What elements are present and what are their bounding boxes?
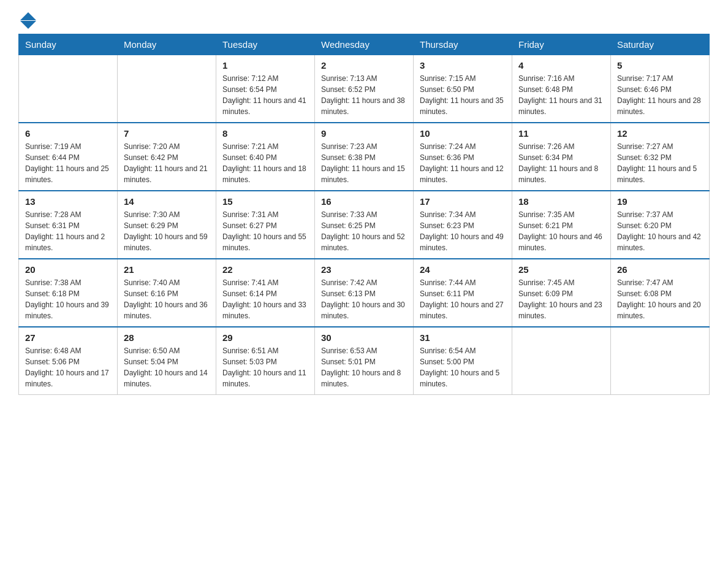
calendar-cell: 28Sunrise: 6:50 AMSunset: 5:04 PMDayligh… — [118, 327, 216, 395]
calendar-week-row: 20Sunrise: 7:38 AMSunset: 6:18 PMDayligh… — [19, 259, 710, 327]
calendar-cell: 12Sunrise: 7:27 AMSunset: 6:32 PMDayligh… — [611, 123, 710, 191]
calendar-cell — [118, 55, 216, 123]
day-number: 31 — [420, 332, 506, 343]
calendar-cell: 13Sunrise: 7:28 AMSunset: 6:31 PMDayligh… — [19, 191, 118, 259]
day-number: 2 — [321, 60, 407, 71]
calendar-cell: 24Sunrise: 7:44 AMSunset: 6:11 PMDayligh… — [414, 259, 512, 327]
day-number: 18 — [518, 196, 604, 207]
calendar-cell: 9Sunrise: 7:23 AMSunset: 6:38 PMDaylight… — [315, 123, 414, 191]
day-info: Sunrise: 7:44 AMSunset: 6:11 PMDaylight:… — [420, 277, 506, 321]
header-monday: Monday — [118, 34, 216, 55]
calendar-cell: 20Sunrise: 7:38 AMSunset: 6:18 PMDayligh… — [19, 259, 118, 327]
day-number: 17 — [420, 196, 506, 207]
day-info: Sunrise: 7:19 AMSunset: 6:44 PMDaylight:… — [25, 141, 111, 185]
day-info: Sunrise: 7:31 AMSunset: 6:27 PMDaylight:… — [222, 209, 308, 253]
header-friday: Friday — [512, 34, 611, 55]
day-number: 13 — [25, 196, 111, 207]
day-number: 20 — [25, 264, 111, 275]
calendar-cell — [19, 55, 118, 123]
calendar-cell: 15Sunrise: 7:31 AMSunset: 6:27 PMDayligh… — [216, 191, 315, 259]
day-number: 6 — [25, 128, 111, 139]
page-header — [18, 12, 710, 28]
calendar-cell: 27Sunrise: 6:48 AMSunset: 5:06 PMDayligh… — [19, 327, 118, 395]
calendar-cell: 29Sunrise: 6:51 AMSunset: 5:03 PMDayligh… — [216, 327, 315, 395]
day-number: 19 — [617, 196, 703, 207]
calendar-cell: 6Sunrise: 7:19 AMSunset: 6:44 PMDaylight… — [19, 123, 118, 191]
day-number: 16 — [321, 196, 407, 207]
calendar-cell: 3Sunrise: 7:15 AMSunset: 6:50 PMDaylight… — [414, 55, 512, 123]
calendar-cell: 18Sunrise: 7:35 AMSunset: 6:21 PMDayligh… — [512, 191, 611, 259]
day-number: 30 — [321, 332, 407, 343]
header-saturday: Saturday — [611, 34, 710, 55]
day-info: Sunrise: 7:16 AMSunset: 6:48 PMDaylight:… — [518, 73, 604, 117]
day-info: Sunrise: 7:40 AMSunset: 6:16 PMDaylight:… — [124, 277, 210, 321]
day-info: Sunrise: 7:12 AMSunset: 6:54 PMDaylight:… — [222, 73, 308, 117]
header-wednesday: Wednesday — [315, 34, 414, 55]
calendar-cell: 14Sunrise: 7:30 AMSunset: 6:29 PMDayligh… — [118, 191, 216, 259]
day-number: 5 — [617, 60, 703, 71]
day-number: 21 — [124, 264, 210, 275]
day-info: Sunrise: 7:35 AMSunset: 6:21 PMDaylight:… — [518, 209, 604, 253]
day-info: Sunrise: 7:13 AMSunset: 6:52 PMDaylight:… — [321, 73, 407, 117]
day-info: Sunrise: 7:38 AMSunset: 6:18 PMDaylight:… — [25, 277, 111, 321]
day-info: Sunrise: 7:15 AMSunset: 6:50 PMDaylight:… — [420, 73, 506, 117]
day-info: Sunrise: 6:50 AMSunset: 5:04 PMDaylight:… — [124, 345, 210, 389]
day-info: Sunrise: 7:23 AMSunset: 6:38 PMDaylight:… — [321, 141, 407, 185]
day-info: Sunrise: 7:26 AMSunset: 6:34 PMDaylight:… — [518, 141, 604, 185]
day-number: 23 — [321, 264, 407, 275]
logo-flag-icon — [20, 12, 36, 29]
calendar-cell: 23Sunrise: 7:42 AMSunset: 6:13 PMDayligh… — [315, 259, 414, 327]
day-number: 9 — [321, 128, 407, 139]
day-number: 22 — [222, 264, 308, 275]
calendar-cell: 11Sunrise: 7:26 AMSunset: 6:34 PMDayligh… — [512, 123, 611, 191]
header-thursday: Thursday — [414, 34, 512, 55]
day-number: 14 — [124, 196, 210, 207]
day-number: 28 — [124, 332, 210, 343]
day-number: 12 — [617, 128, 703, 139]
day-info: Sunrise: 7:17 AMSunset: 6:46 PMDaylight:… — [617, 73, 703, 117]
day-info: Sunrise: 7:28 AMSunset: 6:31 PMDaylight:… — [25, 209, 111, 253]
day-info: Sunrise: 7:45 AMSunset: 6:09 PMDaylight:… — [518, 277, 604, 321]
calendar-cell — [611, 327, 710, 395]
header-tuesday: Tuesday — [216, 34, 315, 55]
calendar-cell: 22Sunrise: 7:41 AMSunset: 6:14 PMDayligh… — [216, 259, 315, 327]
day-number: 11 — [518, 128, 604, 139]
day-number: 7 — [124, 128, 210, 139]
calendar-cell: 26Sunrise: 7:47 AMSunset: 6:08 PMDayligh… — [611, 259, 710, 327]
day-info: Sunrise: 7:21 AMSunset: 6:40 PMDaylight:… — [222, 141, 308, 185]
calendar-week-row: 1Sunrise: 7:12 AMSunset: 6:54 PMDaylight… — [19, 55, 710, 123]
day-number: 26 — [617, 264, 703, 275]
day-number: 29 — [222, 332, 308, 343]
day-info: Sunrise: 6:48 AMSunset: 5:06 PMDaylight:… — [25, 345, 111, 389]
day-info: Sunrise: 7:41 AMSunset: 6:14 PMDaylight:… — [222, 277, 308, 321]
day-number: 10 — [420, 128, 506, 139]
day-number: 1 — [222, 60, 308, 71]
calendar-table: Sunday Monday Tuesday Wednesday Thursday… — [18, 34, 710, 395]
calendar-cell: 31Sunrise: 6:54 AMSunset: 5:00 PMDayligh… — [414, 327, 512, 395]
day-info: Sunrise: 6:54 AMSunset: 5:00 PMDaylight:… — [420, 345, 506, 389]
day-info: Sunrise: 7:37 AMSunset: 6:20 PMDaylight:… — [617, 209, 703, 253]
logo-wrapper — [18, 12, 36, 29]
day-info: Sunrise: 7:24 AMSunset: 6:36 PMDaylight:… — [420, 141, 506, 185]
calendar-week-row: 27Sunrise: 6:48 AMSunset: 5:06 PMDayligh… — [19, 327, 710, 395]
weekday-header-row: Sunday Monday Tuesday Wednesday Thursday… — [19, 34, 710, 55]
calendar-cell: 17Sunrise: 7:34 AMSunset: 6:23 PMDayligh… — [414, 191, 512, 259]
calendar-cell: 8Sunrise: 7:21 AMSunset: 6:40 PMDaylight… — [216, 123, 315, 191]
calendar-cell: 19Sunrise: 7:37 AMSunset: 6:20 PMDayligh… — [611, 191, 710, 259]
calendar-cell: 2Sunrise: 7:13 AMSunset: 6:52 PMDaylight… — [315, 55, 414, 123]
day-info: Sunrise: 6:53 AMSunset: 5:01 PMDaylight:… — [321, 345, 407, 389]
calendar-cell: 4Sunrise: 7:16 AMSunset: 6:48 PMDaylight… — [512, 55, 611, 123]
day-info: Sunrise: 7:42 AMSunset: 6:13 PMDaylight:… — [321, 277, 407, 321]
day-number: 15 — [222, 196, 308, 207]
day-info: Sunrise: 7:30 AMSunset: 6:29 PMDaylight:… — [124, 209, 210, 253]
day-info: Sunrise: 7:20 AMSunset: 6:42 PMDaylight:… — [124, 141, 210, 185]
calendar-week-row: 6Sunrise: 7:19 AMSunset: 6:44 PMDaylight… — [19, 123, 710, 191]
calendar-cell: 7Sunrise: 7:20 AMSunset: 6:42 PMDaylight… — [118, 123, 216, 191]
logo-area — [18, 12, 36, 28]
day-number: 8 — [222, 128, 308, 139]
calendar-cell — [512, 327, 611, 395]
day-info: Sunrise: 7:33 AMSunset: 6:25 PMDaylight:… — [321, 209, 407, 253]
day-number: 25 — [518, 264, 604, 275]
header-sunday: Sunday — [19, 34, 118, 55]
day-number: 3 — [420, 60, 506, 71]
